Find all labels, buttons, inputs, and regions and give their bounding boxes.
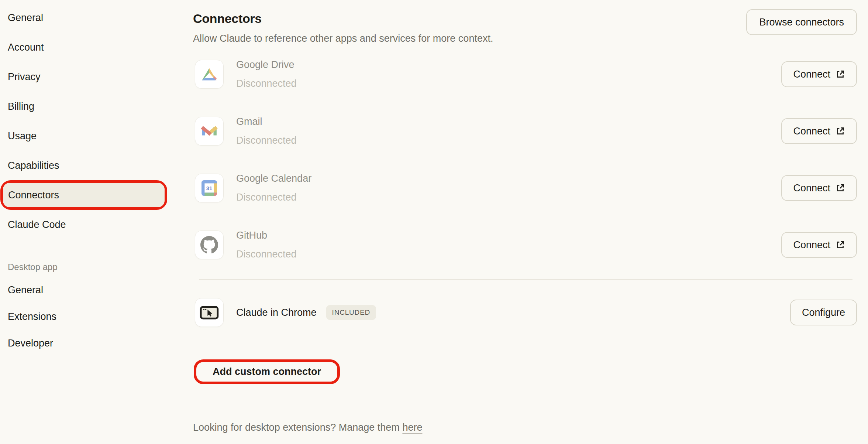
section-divider xyxy=(199,279,852,280)
claude-in-chrome-icon xyxy=(195,298,224,327)
connectors-panel: Connectors Allow Claude to reference oth… xyxy=(193,0,857,436)
connect-gmail-button[interactable]: Connect xyxy=(781,118,857,144)
external-link-icon xyxy=(836,126,845,136)
connect-google-drive-button[interactable]: Connect xyxy=(781,61,857,87)
connector-row-claude-in-chrome: Claude in Chrome INCLUDED Configure xyxy=(193,284,857,341)
configure-claude-in-chrome-button[interactable]: Configure xyxy=(790,300,857,325)
sidebar-desktop-list: General Extensions Developer xyxy=(0,277,173,356)
connect-github-button[interactable]: Connect xyxy=(781,232,857,258)
sidebar-item-desktop-general[interactable]: General xyxy=(0,277,173,303)
annotation-ring-connectors: Connectors xyxy=(0,180,167,210)
connector-name: Gmail xyxy=(236,114,297,129)
external-link-icon xyxy=(836,240,845,250)
gmail-icon xyxy=(195,117,224,146)
sidebar-selected-slot: Connectors xyxy=(0,180,173,210)
browse-connectors-button[interactable]: Browse connectors xyxy=(746,9,857,35)
sidebar-item-capabilities[interactable]: Capabilities xyxy=(0,151,173,180)
external-link-icon xyxy=(836,183,845,193)
connector-name: GitHub xyxy=(236,228,297,243)
sidebar-item-account[interactable]: Account xyxy=(0,33,173,62)
sidebar-item-developer[interactable]: Developer xyxy=(0,330,173,356)
connector-list: Google Drive Disconnected Connect xyxy=(193,46,857,273)
note-text: Looking for desktop extensions? Manage t… xyxy=(193,422,400,433)
github-icon xyxy=(195,230,224,259)
connector-name: Google Drive xyxy=(236,57,297,72)
external-link-icon xyxy=(836,69,845,79)
connector-name: Claude in Chrome xyxy=(236,307,317,318)
connect-google-calendar-button[interactable]: Connect xyxy=(781,175,857,201)
connect-button-label: Connect xyxy=(793,126,830,137)
connector-status: Disconnected xyxy=(236,76,297,91)
connect-button-label: Connect xyxy=(793,182,830,194)
sidebar-item-usage[interactable]: Usage xyxy=(0,121,173,151)
annotation-ring-add-custom: Add custom connector xyxy=(194,359,340,384)
desktop-extensions-note: Looking for desktop extensions? Manage t… xyxy=(193,419,857,436)
connector-row-google-drive: Google Drive Disconnected Connect xyxy=(193,46,857,103)
settings-sidebar: General Account Privacy Billing Usage Ca… xyxy=(0,3,173,356)
calendar-day-label: 31 xyxy=(206,185,212,191)
sidebar-item-connectors[interactable]: Connectors xyxy=(3,183,165,207)
google-calendar-icon: 31 xyxy=(195,174,224,202)
connector-name: Google Calendar xyxy=(236,171,311,186)
add-custom-connector-button[interactable]: Add custom connector xyxy=(196,362,337,382)
connect-button-label: Connect xyxy=(793,69,830,80)
connector-status: Disconnected xyxy=(236,247,297,262)
connector-row-google-calendar: 31 Google Calendar Disconnected Connect xyxy=(193,160,857,216)
sidebar-item-extensions[interactable]: Extensions xyxy=(0,303,173,330)
connect-button-label: Connect xyxy=(793,239,830,251)
connector-status: Disconnected xyxy=(236,190,311,205)
connector-row-github: GitHub Disconnected Connect xyxy=(193,216,857,273)
included-badge: INCLUDED xyxy=(326,305,376,320)
manage-extensions-link[interactable]: here xyxy=(402,422,422,433)
sidebar-item-claude-code[interactable]: Claude Code xyxy=(0,210,173,239)
google-drive-icon xyxy=(195,60,224,89)
connector-status: Disconnected xyxy=(236,133,297,148)
sidebar-item-privacy[interactable]: Privacy xyxy=(0,62,173,92)
sidebar-section-desktop-app: Desktop app xyxy=(0,262,173,273)
connector-row-gmail: Gmail Disconnected Connect xyxy=(193,103,857,160)
sidebar-item-general[interactable]: General xyxy=(0,3,173,33)
sidebar-item-billing[interactable]: Billing xyxy=(0,92,173,121)
